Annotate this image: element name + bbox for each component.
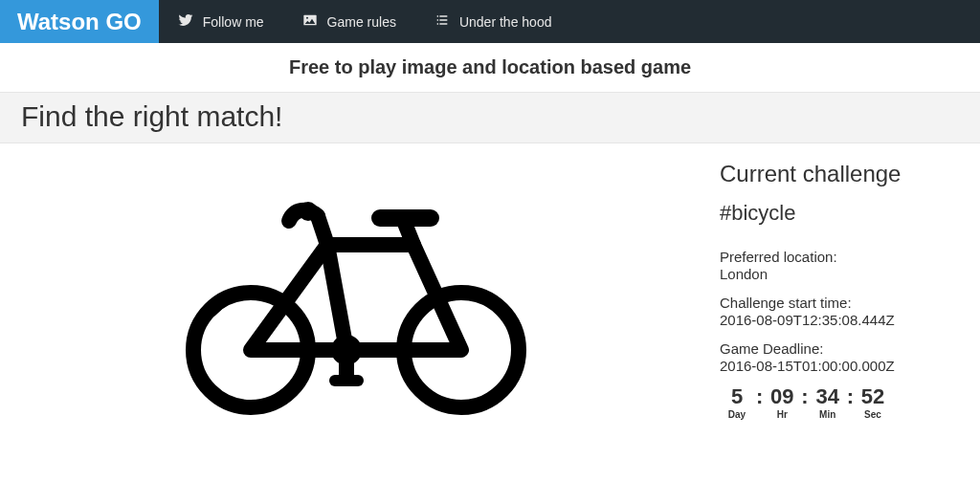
countdown-min-value: 34 (815, 386, 838, 407)
location-label: Preferred location: (720, 249, 837, 265)
image-icon (302, 12, 318, 31)
list-icon (434, 12, 450, 31)
countdown-sec: 52 Sec (856, 386, 890, 420)
start-value: 2016-08-09T12:35:08.444Z (720, 312, 895, 328)
start-label: Challenge start time: (720, 295, 852, 311)
challenge-tag: #bicycle (720, 201, 959, 226)
countdown-sec-value: 52 (861, 386, 884, 407)
countdown-hr-value: 09 (770, 386, 793, 407)
countdown-day-label: Day (728, 409, 746, 420)
countdown-sec-label: Sec (864, 409, 881, 420)
nav-link-label: Follow me (203, 14, 264, 30)
nav-link-rules[interactable]: Game rules (283, 0, 415, 43)
nav-links: Follow me Game rules Under the hood (159, 0, 571, 43)
bicycle-icon (165, 168, 547, 421)
nav-link-under-hood[interactable]: Under the hood (415, 0, 571, 43)
challenge-image-container (21, 159, 691, 421)
countdown-day: 5 Day (720, 386, 754, 420)
deadline-block: Game Deadline: 2016-08-15T01:00:00.000Z (720, 340, 959, 375)
countdown-min-label: Min (819, 409, 835, 420)
nav-link-label: Under the hood (459, 14, 552, 30)
twitter-icon (178, 12, 193, 31)
content-area: Current challenge #bicycle Preferred loc… (0, 143, 980, 421)
brand-logo[interactable]: Watson GO (0, 0, 159, 43)
deadline-value: 2016-08-15T01:00:00.000Z (720, 358, 895, 374)
tagline: Free to play image and location based ga… (0, 56, 980, 78)
countdown-hr-label: Hr (777, 409, 788, 420)
start-block: Challenge start time: 2016-08-09T12:35:0… (720, 295, 959, 329)
countdown-sep: : (799, 386, 810, 407)
deadline-label: Game Deadline: (720, 340, 823, 357)
countdown-min: 34 Min (811, 386, 845, 420)
svg-point-2 (305, 208, 311, 214)
nav-link-follow[interactable]: Follow me (159, 0, 283, 43)
countdown-sep: : (754, 386, 765, 407)
countdown-day-value: 5 (731, 386, 743, 407)
page-header: Find the right match! (0, 92, 980, 143)
challenge-sidebar: Current challenge #bicycle Preferred loc… (720, 159, 959, 421)
countdown-sep: : (845, 386, 856, 407)
location-block: Preferred location: London (720, 249, 959, 283)
countdown-timer: 5 Day : 09 Hr : 34 Min : 52 Sec (720, 386, 959, 420)
page-title: Find the right match! (21, 100, 959, 133)
sidebar-heading: Current challenge (720, 161, 959, 187)
location-value: London (720, 266, 768, 282)
top-navbar: Watson GO Follow me Game rules Under the… (0, 0, 980, 43)
countdown-hr: 09 Hr (765, 386, 799, 420)
nav-link-label: Game rules (327, 14, 396, 30)
